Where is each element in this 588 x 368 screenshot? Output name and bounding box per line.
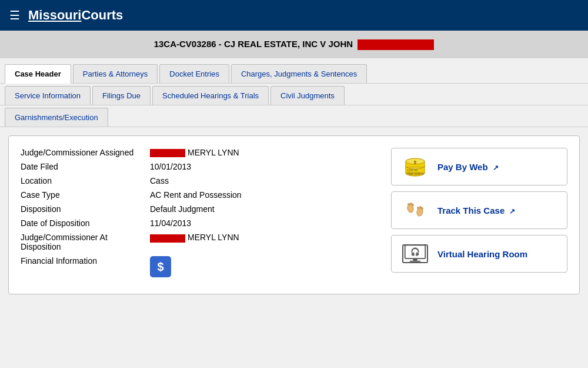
virtual-hearing-room-button[interactable]: 🎧 Virtual Hearing Room	[391, 235, 567, 273]
tab-charges-judgments-sentences[interactable]: Charges, Judgments & Sentences	[231, 64, 367, 83]
label-disposition: Disposition	[21, 204, 150, 214]
action-panel: $ 1234 56 7890 1234 5 Pay By Web ↗	[391, 148, 567, 282]
top-bar: ☰ MissouriCourts	[0, 0, 588, 31]
redacted-judge-assigned	[150, 149, 185, 157]
label-date-disposition: Date of Disposition	[21, 218, 150, 228]
tab-civil-judgments[interactable]: Civil Judgments	[270, 86, 345, 105]
label-date-filed: Date Filed	[21, 162, 150, 171]
value-judge-disposition: MERYL LYNN	[150, 233, 239, 242]
tab-parties-attorneys[interactable]: Parties & Attorneys	[73, 64, 158, 83]
label-judge-disposition: Judge/Commissioner At Disposition	[21, 233, 150, 251]
value-judge-assigned: MERYL LYNN	[150, 148, 239, 157]
tab-row-1: Case Header Parties & Attorneys Docket E…	[0, 58, 588, 84]
label-location: Location	[21, 176, 150, 185]
svg-rect-19	[410, 261, 420, 262]
label-financial: Financial Information	[21, 256, 150, 266]
svg-text:7890 1234 5: 7890 1234 5	[407, 172, 423, 175]
label-judge-assigned: Judge/Commissioner Assigned	[21, 148, 150, 157]
tab-filings-due[interactable]: Filings Due	[92, 86, 151, 105]
track-this-case-button[interactable]: Track This Case ↗	[391, 191, 567, 229]
virtual-hearing-room-label: Virtual Hearing Room	[437, 249, 527, 259]
info-row-case-type: Case Type AC Rent and Possession	[21, 190, 379, 200]
value-date-filed: 10/01/2013	[150, 162, 191, 171]
redacted-judge-disposition	[150, 234, 185, 243]
tab-scheduled-hearings-trials[interactable]: Scheduled Hearings & Trials	[152, 86, 269, 105]
main-content: Judge/Commissioner Assigned MERYL LYNN D…	[0, 127, 588, 303]
virtual-hearing-room-icon: 🎧	[400, 241, 430, 266]
track-this-case-label: Track This Case ↗	[437, 205, 515, 216]
tab-docket-entries[interactable]: Docket Entries	[159, 64, 229, 83]
pay-by-web-ext-icon: ↗	[493, 164, 499, 172]
value-financial: $	[150, 256, 171, 277]
track-this-case-icon	[400, 198, 430, 223]
track-ext-icon: ↗	[509, 207, 515, 216]
label-case-type: Case Type	[21, 190, 150, 200]
info-row-date-filed: Date Filed 10/01/2013	[21, 162, 379, 171]
hamburger-icon[interactable]: ☰	[9, 8, 20, 22]
value-case-type: AC Rent and Possession	[150, 190, 242, 200]
pay-by-web-label: Pay By Web ↗	[437, 162, 499, 172]
svg-point-15	[421, 207, 423, 210]
financial-info-button[interactable]: $	[150, 256, 171, 277]
info-row-financial: Financial Information $	[21, 256, 379, 277]
svg-text:$: $	[414, 160, 417, 165]
svg-rect-18	[413, 258, 417, 261]
svg-point-12	[412, 204, 414, 206]
svg-point-13	[417, 207, 419, 209]
tab-row-3: Garnishments/Execution	[0, 105, 588, 127]
info-row-date-disposition: Date of Disposition 11/04/2013	[21, 218, 379, 228]
svg-text:🎧: 🎧	[410, 247, 420, 257]
site-title[interactable]: MissouriCourts	[28, 8, 123, 23]
tab-row-2: Service Information Filings Due Schedule…	[0, 84, 588, 105]
tab-service-information[interactable]: Service Information	[5, 86, 91, 105]
info-row-judge-assigned: Judge/Commissioner Assigned MERYL LYNN	[21, 148, 379, 157]
info-row-judge-disposition: Judge/Commissioner At Disposition MERYL …	[21, 233, 379, 251]
value-disposition: Default Judgment	[150, 204, 215, 214]
case-info: Judge/Commissioner Assigned MERYL LYNN D…	[21, 148, 379, 282]
tab-case-header[interactable]: Case Header	[5, 64, 71, 84]
value-date-disposition: 11/04/2013	[150, 218, 191, 228]
pay-by-web-button[interactable]: $ 1234 56 7890 1234 5 Pay By Web ↗	[391, 148, 567, 185]
tab-garnishments-execution[interactable]: Garnishments/Execution	[5, 108, 108, 127]
hearing-monitor-icon: 🎧	[402, 244, 428, 263]
svg-point-10	[407, 203, 410, 205]
case-id-text: 13CA-CV03286 - CJ REAL ESTATE, INC V JOH…	[154, 39, 353, 49]
case-banner: 13CA-CV03286 - CJ REAL ESTATE, INC V JOH…	[0, 31, 588, 58]
case-card: Judge/Commissioner Assigned MERYL LYNN D…	[8, 135, 580, 294]
case-banner-redacted	[358, 39, 434, 50]
info-row-disposition: Disposition Default Judgment	[21, 204, 379, 214]
info-row-location: Location Cass	[21, 176, 379, 185]
value-location: Cass	[150, 176, 169, 185]
pay-by-web-icon: $ 1234 56 7890 1234 5	[400, 154, 430, 179]
